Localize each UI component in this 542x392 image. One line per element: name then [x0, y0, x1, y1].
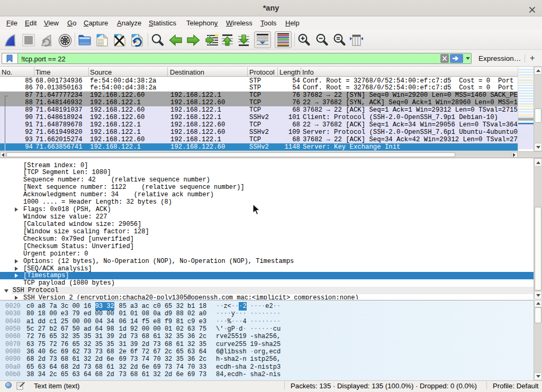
svg-text:0111: 0111 — [98, 43, 104, 46]
